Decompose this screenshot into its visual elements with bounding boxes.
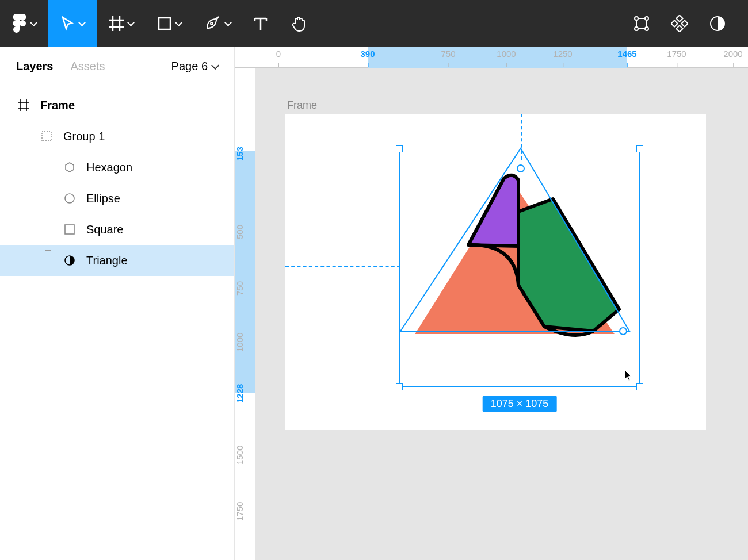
figma-logo-icon (13, 14, 26, 33)
cursor-icon (624, 370, 633, 384)
selection-handle-sw[interactable] (396, 383, 403, 390)
selection-handle-ne[interactable] (636, 145, 643, 152)
bounding-box-tool[interactable] (623, 0, 661, 47)
layer-hexagon[interactable]: Hexagon (0, 152, 234, 183)
svg-rect-17 (671, 20, 677, 26)
square-icon (62, 222, 77, 237)
components-tool[interactable] (661, 0, 699, 47)
dimensions-badge: 1075 × 1075 (483, 396, 557, 412)
ruler-tick: 0 (276, 49, 281, 59)
canvas[interactable]: 039075010001250146517502000 153500750100… (235, 47, 748, 560)
svg-point-5 (211, 22, 213, 25)
svg-point-13 (635, 27, 638, 30)
layer-label: Triangle (86, 254, 128, 267)
hand-tool[interactable] (280, 0, 318, 47)
rectangle-icon (158, 17, 171, 30)
toolbar (0, 0, 748, 47)
layer-group[interactable]: Group 1 (0, 121, 234, 152)
layers-panel: Layers Assets Page 6 Frame Group 1 (0, 47, 235, 560)
page-selector-label: Page 6 (171, 60, 208, 73)
svg-marker-25 (66, 163, 74, 172)
text-icon (253, 16, 268, 31)
group-icon (39, 129, 54, 144)
layer-label: Ellipse (86, 192, 120, 205)
layer-frame[interactable]: Frame (0, 90, 234, 121)
layer-label: Group 1 (63, 130, 105, 143)
frame-tool[interactable] (97, 0, 145, 47)
selection-handle-se[interactable] (636, 383, 643, 390)
ruler-tick: 1000 (497, 49, 516, 59)
cursor-icon (61, 16, 75, 31)
frame-icon (16, 98, 31, 113)
hand-icon (290, 15, 307, 32)
layer-ellipse[interactable]: Ellipse (0, 183, 234, 214)
svg-rect-15 (676, 15, 682, 21)
ruler-corner (235, 47, 255, 68)
ruler-tick: 1228 (235, 384, 245, 403)
tab-layers[interactable]: Layers (16, 60, 54, 73)
pen-tool[interactable] (193, 0, 242, 47)
ruler-tick: 750 (441, 49, 455, 59)
ruler-tick: 390 (360, 49, 375, 59)
svg-rect-16 (676, 25, 682, 32)
ruler-tick: 1500 (235, 446, 245, 465)
svg-rect-4 (159, 18, 170, 29)
ruler-tick: 1750 (235, 502, 245, 521)
move-tool[interactable] (48, 0, 97, 47)
ruler-tick: 1250 (553, 49, 572, 59)
svg-rect-18 (681, 20, 688, 26)
ruler-horizontal[interactable]: 039075010001250146517502000 (255, 47, 748, 68)
ellipse-icon (62, 191, 77, 206)
svg-rect-24 (42, 132, 51, 141)
chevron-down-icon (211, 61, 219, 69)
layer-square[interactable]: Square (0, 214, 234, 245)
layer-label: Hexagon (86, 161, 132, 174)
layer-list: Frame Group 1 Hexagon Ellipse (0, 86, 234, 276)
tab-assets[interactable]: Assets (71, 60, 105, 73)
svg-rect-27 (65, 225, 74, 234)
frame-label[interactable]: Frame (287, 99, 317, 112)
ruler-tick: 153 (235, 147, 245, 161)
ruler-tick: 2000 (723, 49, 742, 59)
frame-icon (109, 16, 124, 31)
frame-artboard[interactable]: 1075 × 1075 (285, 114, 706, 430)
figma-menu[interactable] (0, 0, 48, 47)
bbox-icon (633, 15, 650, 32)
layer-triangle[interactable]: Triangle (0, 245, 234, 276)
svg-point-12 (645, 17, 648, 20)
ruler-vertical[interactable]: 1535007501000122815001750 (235, 68, 255, 560)
layer-label: Square (86, 223, 124, 236)
svg-point-11 (635, 17, 638, 20)
half-circle-icon (62, 253, 77, 268)
page-selector[interactable]: Page 6 (171, 60, 218, 73)
selection-handle-nw[interactable] (396, 145, 403, 152)
svg-point-26 (65, 194, 74, 203)
ruler-tick: 750 (235, 281, 245, 296)
diamond-grid-icon (671, 15, 688, 32)
mask-tool[interactable] (699, 0, 736, 47)
ruler-tick: 1465 (617, 49, 636, 59)
shape-tool[interactable] (145, 0, 193, 47)
half-circle-icon (709, 16, 726, 32)
viewport[interactable]: Frame (255, 68, 748, 560)
selection-box[interactable] (399, 149, 640, 387)
ruler-tick: 1750 (667, 49, 686, 59)
ruler-tick: 1000 (235, 333, 245, 352)
ruler-tick: 500 (235, 225, 245, 239)
layer-label: Frame (40, 99, 75, 112)
hexagon-icon (62, 160, 77, 175)
text-tool[interactable] (242, 0, 280, 47)
pen-icon (205, 16, 221, 32)
svg-point-14 (645, 27, 648, 30)
